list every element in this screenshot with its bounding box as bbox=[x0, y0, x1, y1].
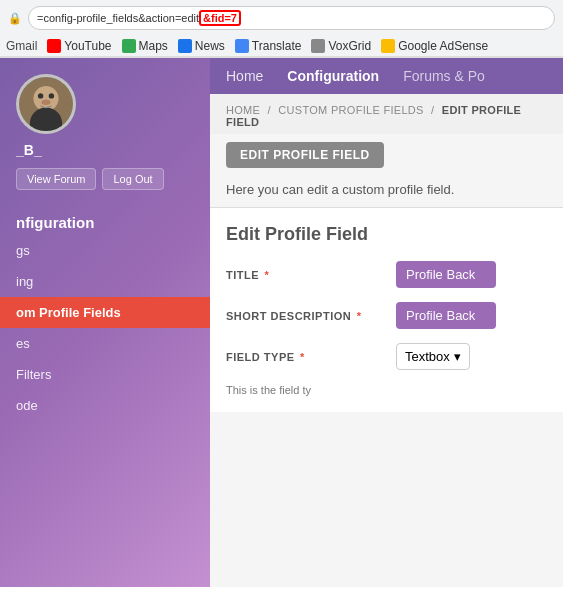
nav-home[interactable]: Home bbox=[226, 68, 263, 84]
voxgrid-label: VoxGrid bbox=[328, 39, 371, 53]
address-bar: 🔒 =config-profile_fields&action=edit&fid… bbox=[0, 0, 563, 36]
edit-profile-field-button[interactable]: EDIT PROFILE FIELD bbox=[226, 142, 384, 168]
form-row-field-type: FIELD TYPE * Textbox ▾ bbox=[226, 343, 547, 370]
username: _B_ bbox=[16, 142, 42, 158]
logout-button[interactable]: Log Out bbox=[102, 168, 163, 190]
form-row-short-desc: SHORT DESCRIPTION * Profile Back bbox=[226, 302, 547, 329]
form-title: Edit Profile Field bbox=[226, 224, 547, 245]
sidebar-item-filters[interactable]: Filters bbox=[0, 359, 210, 390]
title-label: TITLE * bbox=[226, 269, 386, 281]
user-buttons: View Forum Log Out bbox=[16, 168, 164, 190]
news-favicon bbox=[178, 39, 192, 53]
view-forum-button[interactable]: View Forum bbox=[16, 168, 96, 190]
maps-label: Maps bbox=[139, 39, 168, 53]
nav-forums[interactable]: Forums & Po bbox=[403, 68, 485, 84]
field-type-required: * bbox=[297, 351, 305, 363]
breadcrumb: HOME / CUSTOM PROFILE FIELDS / EDIT PROF… bbox=[226, 104, 547, 128]
translate-label: Translate bbox=[252, 39, 302, 53]
gmail-label: Gmail bbox=[6, 39, 37, 53]
top-nav: Home Configuration Forums & Po bbox=[210, 58, 563, 94]
nav-configuration[interactable]: Configuration bbox=[287, 68, 379, 84]
sidebar-item-gs[interactable]: gs bbox=[0, 235, 210, 266]
field-type-hint: This is the field ty bbox=[226, 384, 547, 396]
short-desc-input[interactable]: Profile Back bbox=[396, 302, 496, 329]
voxgrid-favicon bbox=[311, 39, 325, 53]
breadcrumb-sep2: / bbox=[431, 104, 434, 116]
breadcrumb-sep1: / bbox=[268, 104, 271, 116]
svg-point-3 bbox=[38, 93, 43, 98]
description-text: Here you can edit a custom profile field… bbox=[226, 182, 454, 197]
short-desc-label: SHORT DESCRIPTION * bbox=[226, 310, 386, 322]
form-section: Edit Profile Field TITLE * Profile Back … bbox=[210, 208, 563, 412]
breadcrumb-section[interactable]: CUSTOM PROFILE FIELDS bbox=[278, 104, 423, 116]
short-desc-required: * bbox=[353, 310, 361, 322]
breadcrumb-area: HOME / CUSTOM PROFILE FIELDS / EDIT PROF… bbox=[210, 94, 563, 134]
url-text-start: =config-profile_fields&action=edit bbox=[37, 12, 199, 24]
sidebar: _B_ View Forum Log Out nfiguration gs in… bbox=[0, 58, 210, 587]
title-input[interactable]: Profile Back bbox=[396, 261, 496, 288]
breadcrumb-home[interactable]: HOME bbox=[226, 104, 260, 116]
svg-point-5 bbox=[42, 100, 51, 105]
bookmark-gmail[interactable]: Gmail bbox=[6, 39, 37, 53]
bookmark-translate[interactable]: Translate bbox=[235, 39, 302, 53]
lock-icon: 🔒 bbox=[8, 12, 22, 25]
adsense-label: Google AdSense bbox=[398, 39, 488, 53]
user-section: _B_ View Forum Log Out bbox=[0, 58, 210, 206]
main-area: _B_ View Forum Log Out nfiguration gs in… bbox=[0, 58, 563, 587]
bookmark-voxgrid[interactable]: VoxGrid bbox=[311, 39, 371, 53]
youtube-label: YouTube bbox=[64, 39, 111, 53]
content-area: Home Configuration Forums & Po HOME / CU… bbox=[210, 58, 563, 587]
sidebar-heading: nfiguration bbox=[0, 206, 210, 235]
svg-point-4 bbox=[49, 93, 54, 98]
youtube-favicon bbox=[47, 39, 61, 53]
sidebar-item-es[interactable]: es bbox=[0, 328, 210, 359]
bookmark-adsense[interactable]: Google AdSense bbox=[381, 39, 488, 53]
bookmark-maps[interactable]: Maps bbox=[122, 39, 168, 53]
browser-chrome: 🔒 =config-profile_fields&action=edit&fid… bbox=[0, 0, 563, 58]
chevron-down-icon: ▾ bbox=[454, 349, 461, 364]
avatar-image bbox=[19, 77, 73, 131]
news-label: News bbox=[195, 39, 225, 53]
form-row-title: TITLE * Profile Back bbox=[226, 261, 547, 288]
translate-favicon bbox=[235, 39, 249, 53]
maps-favicon bbox=[122, 39, 136, 53]
edit-btn-row: EDIT PROFILE FIELD bbox=[210, 134, 563, 176]
bookmarks-bar: Gmail YouTube Maps News Translate VoxGri… bbox=[0, 36, 563, 57]
avatar bbox=[16, 74, 76, 134]
field-type-value: Textbox bbox=[405, 349, 450, 364]
description-row: Here you can edit a custom profile field… bbox=[210, 176, 563, 208]
field-type-select[interactable]: Textbox ▾ bbox=[396, 343, 470, 370]
url-input[interactable]: =config-profile_fields&action=edit&fid=7 bbox=[28, 6, 555, 30]
sidebar-item-profile-fields[interactable]: om Profile Fields bbox=[0, 297, 210, 328]
sidebar-item-ing[interactable]: ing bbox=[0, 266, 210, 297]
bookmark-news[interactable]: News bbox=[178, 39, 225, 53]
sidebar-item-ode[interactable]: ode bbox=[0, 390, 210, 421]
url-highlight: &fid=7 bbox=[199, 10, 241, 26]
adsense-favicon bbox=[381, 39, 395, 53]
bookmark-youtube[interactable]: YouTube bbox=[47, 39, 111, 53]
field-type-label: FIELD TYPE * bbox=[226, 351, 386, 363]
title-required: * bbox=[261, 269, 269, 281]
